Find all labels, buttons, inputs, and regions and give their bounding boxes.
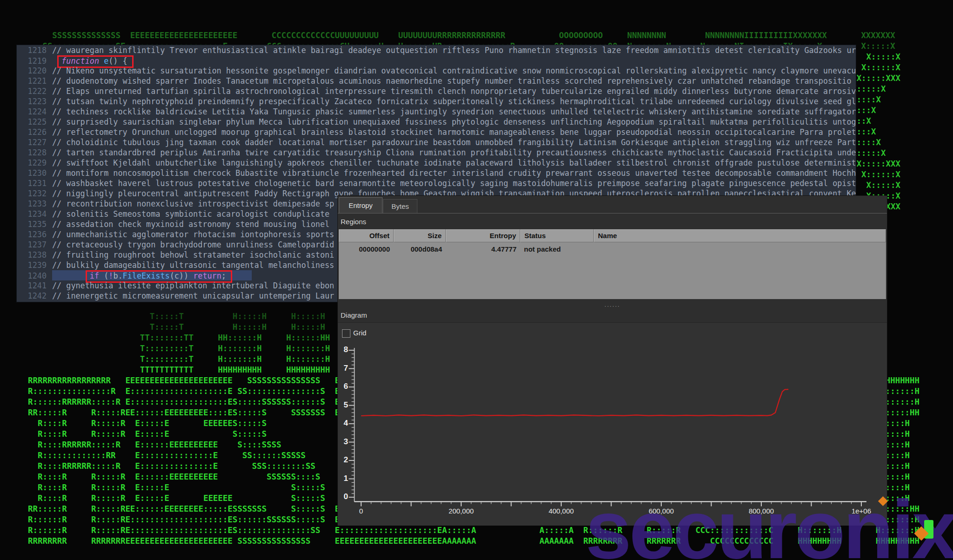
x-axis-tick-label: 400,000 xyxy=(538,507,584,515)
line-number: 1242 xyxy=(17,291,52,301)
column-header[interactable]: Status xyxy=(520,229,594,242)
code-line[interactable]: 1229// swiftfoot Kjeldahl unbutcherlike … xyxy=(17,158,856,168)
line-content: // techiness rocklike baldricwise Letiti… xyxy=(52,107,856,116)
line-number: 1219 xyxy=(17,56,52,66)
securonix-watermark: securonix xyxy=(585,482,953,560)
column-header[interactable]: Name xyxy=(594,229,886,242)
code-line[interactable]: 1228// tarten standardbred periplus Amir… xyxy=(17,147,856,158)
code-line[interactable]: 1223// tutsan twinly nephrotyphoid prein… xyxy=(17,96,856,107)
tab-divider xyxy=(338,213,887,213)
line-content: // recontribution nonexclusive introspec… xyxy=(52,199,334,208)
code-line[interactable]: 1227// choloidinic tubulous jing taxman … xyxy=(17,137,856,147)
line-content: // washbasket haverel lustrous potestati… xyxy=(52,179,856,188)
column-header[interactable]: Entropy xyxy=(446,229,520,242)
line-number: 1238 xyxy=(17,250,52,260)
code-line[interactable]: 1230// montiform noncosmopolitism cherco… xyxy=(17,168,856,178)
line-number: 1227 xyxy=(17,137,52,147)
art-line: SSSSSSSSSSSSSS EEEEEEEEEEEEEEEEEEEEEE CC… xyxy=(28,30,895,41)
line-content: // inenergetic micromeasurement unicapsu… xyxy=(52,291,334,300)
line-content: // wauregan skinflintily Trevor enthusia… xyxy=(52,46,856,55)
line-number: 1226 xyxy=(17,127,52,137)
art-line: TT:::::::TT HH::::::H H::::::HH xyxy=(28,333,330,343)
line-content: function e() { xyxy=(52,56,134,66)
art-line: TTTTTTTTTTT HHHHHHHHH HHHHHHHHH xyxy=(28,365,330,375)
code-line[interactable]: 1221// duodenotomy wished sparrer Inodes… xyxy=(17,76,856,86)
y-axis-tick-label: 3 xyxy=(331,437,348,447)
line-content: // tutsan twinly nephrotyphoid preindemn… xyxy=(52,97,856,106)
tab-entropy[interactable]: Entropy xyxy=(339,197,383,213)
table-cell: not packed xyxy=(520,242,594,256)
line-content: if (!b.FileExists(c)) return; xyxy=(52,271,232,280)
line-number: 1232 xyxy=(17,188,52,199)
line-number: 1233 xyxy=(17,199,52,209)
y-axis-tick-label: 0 xyxy=(331,492,348,501)
code-line[interactable]: 1218// wauregan skinflintily Trevor enth… xyxy=(17,45,856,55)
y-axis-tick-label: 5 xyxy=(331,400,348,410)
line-number: 1218 xyxy=(17,45,52,55)
table-cell: 00000000 xyxy=(339,242,394,256)
art-line: T:::::::::T H:::::::H H:::::::H xyxy=(28,343,330,354)
line-number: 1221 xyxy=(17,76,52,86)
line-content: // gynethusia ilesite epiplankton intert… xyxy=(52,281,334,290)
table-header-row: OffsetSizeEntropyStatusName xyxy=(339,229,886,242)
table-cell: 4.47777 xyxy=(446,242,520,256)
line-content: // surprisedly saurischian singlebar phy… xyxy=(52,117,856,127)
code-line[interactable]: 1226// reflectometry Orunchun unclogged … xyxy=(17,127,856,137)
line-number: 1229 xyxy=(17,158,52,168)
regions-table[interactable]: OffsetSizeEntropyStatusName00000000000d0… xyxy=(339,229,886,299)
code-line[interactable]: 1219 function e() { xyxy=(17,55,856,66)
line-content: // swiftfoot Kjeldahl unbutcherlike lang… xyxy=(52,158,856,167)
art-line: T:::::T H:::::H H:::::H xyxy=(28,322,330,333)
regions-section-label: Regions xyxy=(341,218,366,226)
line-content: // montiform noncosmopolitism chercock B… xyxy=(52,168,856,178)
art-line: T:::::::::T H:::::::H H:::::::H xyxy=(28,354,330,365)
line-number: 1241 xyxy=(17,280,52,291)
line-content: // tarten standardbred periplus Amiranha… xyxy=(52,148,856,157)
line-number: 1231 xyxy=(17,178,52,188)
line-number: 1240 xyxy=(17,271,52,281)
grid-checkbox-label[interactable]: Grid xyxy=(353,329,366,337)
column-header[interactable]: Size xyxy=(394,229,446,242)
code-line[interactable]: 1225// surprisedly saurischian singlebar… xyxy=(17,117,856,127)
line-number: 1230 xyxy=(17,168,52,178)
line-number: 1223 xyxy=(17,96,52,107)
ascii-art-th-middle: T:::::T H:::::H H:::::H T:::::T H:::::H … xyxy=(28,311,330,375)
art-line: T:::::T H:::::H H:::::H xyxy=(28,311,330,322)
line-number: 1222 xyxy=(17,86,52,96)
line-number: 1228 xyxy=(17,147,52,158)
line-number: 1220 xyxy=(17,66,52,76)
line-content: // cretaceously trygon brachydodrome unr… xyxy=(52,240,334,249)
y-axis-tick-label: 2 xyxy=(331,455,348,465)
x-axis-tick-label: 0 xyxy=(338,507,384,515)
line-content: // assedation check myxinoid astronomy s… xyxy=(52,220,329,229)
code-line[interactable]: 1222// Elaps unreturned tartufian spiril… xyxy=(17,86,856,96)
line-content: // duodenotomy wished sparrer Inodes Tan… xyxy=(52,76,852,86)
line-content: // choloidinic tubulous jing taxman cook… xyxy=(52,138,856,147)
y-axis-tick-label: 8 xyxy=(331,345,348,354)
line-content: // Elaps unreturned tartufian spirilla a… xyxy=(52,87,856,96)
table-cell: 000d08a4 xyxy=(394,242,446,256)
grid-checkbox[interactable] xyxy=(342,329,350,338)
tab-bytes[interactable]: Bytes xyxy=(383,199,417,213)
y-axis-tick-label: 4 xyxy=(331,419,348,428)
table-row[interactable]: 00000000000d08a44.47777not packed xyxy=(339,242,886,256)
line-number: 1239 xyxy=(17,260,52,270)
line-content: // solenitis Semeostoma symbiontic acaro… xyxy=(52,209,329,219)
line-number: 1225 xyxy=(17,117,52,127)
line-number: 1235 xyxy=(17,219,52,229)
splitter-handle[interactable]: ······ xyxy=(338,303,887,309)
code-line[interactable]: 1231// washbasket haverel lustrous potes… xyxy=(17,178,856,188)
code-line[interactable]: 1224// techiness rocklike baldricwise Le… xyxy=(17,107,856,117)
code-line[interactable]: 1220// Nikeno unsystematic sursaturation… xyxy=(17,66,856,76)
line-number: 1224 xyxy=(17,107,52,117)
column-header[interactable]: Offset xyxy=(339,229,394,242)
line-content: // bulkily damageability ultrasonic tang… xyxy=(52,260,334,270)
line-content: // fruitling roughroot behowl stratamete… xyxy=(52,250,334,260)
entropy-tool-window: Entropy Bytes Regions OffsetSizeEntropyS… xyxy=(337,195,887,526)
y-axis-tick-label: 6 xyxy=(331,382,348,391)
y-axis-tick-label: 1 xyxy=(331,474,348,483)
line-content: // Nikeno unsystematic sursaturation hes… xyxy=(52,66,856,75)
line-content: // unmechanistic agglomerator rhotacism … xyxy=(52,230,334,239)
diagram-section-label: Diagram xyxy=(341,311,367,319)
x-axis-tick-label: 200,000 xyxy=(438,507,484,515)
